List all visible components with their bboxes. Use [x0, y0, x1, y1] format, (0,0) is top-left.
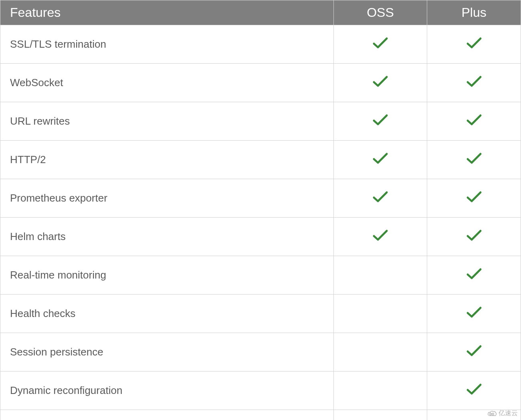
header-plus: Plus — [427, 0, 521, 25]
table-header-row: Features OSS Plus — [0, 0, 521, 25]
check-icon — [372, 36, 388, 49]
plus-cell — [427, 141, 521, 179]
watermark: 亿速云 — [487, 409, 518, 418]
check-icon — [466, 306, 482, 319]
feature-name-cell: URL rewrites — [0, 102, 334, 141]
table-row: HTTP/2 — [0, 141, 521, 179]
watermark-text: 亿速云 — [499, 409, 518, 418]
check-icon — [372, 190, 388, 203]
check-icon — [466, 113, 482, 126]
feature-name-cell: Prometheus exporter — [0, 179, 334, 218]
check-icon — [466, 75, 482, 88]
oss-cell — [333, 102, 427, 141]
oss-cell — [333, 295, 427, 333]
plus-cell — [427, 372, 521, 410]
oss-cell — [333, 333, 427, 372]
plus-cell — [427, 102, 521, 141]
feature-name-cell: 24x7 support — [0, 410, 334, 420]
feature-name-cell: Health checks — [0, 295, 334, 333]
check-icon — [372, 152, 388, 165]
check-icon — [372, 113, 388, 126]
header-features: Features — [0, 0, 334, 25]
table-row: Dynamic reconfiguration — [0, 372, 521, 410]
plus-cell — [427, 333, 521, 372]
table-row: Real-time monitoring — [0, 256, 521, 295]
feature-name-cell: SSL/TLS termination — [0, 25, 334, 64]
oss-cell — [333, 372, 427, 410]
check-icon — [466, 383, 482, 396]
oss-cell — [333, 218, 427, 256]
check-icon — [466, 344, 482, 357]
table-row: Prometheus exporter — [0, 179, 521, 218]
table-row: Helm charts — [0, 218, 521, 256]
table-row: Health checks — [0, 295, 521, 333]
table-row: SSL/TLS termination — [0, 25, 521, 64]
check-icon — [466, 152, 482, 165]
feature-name-cell: Real-time monitoring — [0, 256, 334, 295]
table-body: SSL/TLS termination WebSocket URL rewrit… — [0, 25, 521, 420]
check-icon — [466, 229, 482, 242]
oss-cell — [333, 64, 427, 102]
oss-cell — [333, 141, 427, 179]
oss-cell — [333, 256, 427, 295]
header-oss: OSS — [333, 0, 427, 25]
check-icon — [372, 75, 388, 88]
check-icon — [466, 36, 482, 49]
check-icon — [466, 267, 482, 280]
plus-cell — [427, 179, 521, 218]
oss-cell — [333, 25, 427, 64]
check-icon — [466, 190, 482, 203]
plus-cell — [427, 218, 521, 256]
plus-cell — [427, 295, 521, 333]
feature-name-cell: Dynamic reconfiguration — [0, 372, 334, 410]
svg-point-1 — [492, 413, 494, 414]
feature-name-cell: WebSocket — [0, 64, 334, 102]
feature-name-cell: HTTP/2 — [0, 141, 334, 179]
plus-cell — [427, 256, 521, 295]
table-row: 24x7 support — [0, 410, 521, 420]
plus-cell — [427, 64, 521, 102]
plus-cell — [427, 25, 521, 64]
check-icon — [372, 229, 388, 242]
cloud-icon — [487, 410, 497, 417]
oss-cell — [333, 179, 427, 218]
oss-cell — [333, 410, 427, 420]
table-row: WebSocket — [0, 64, 521, 102]
feature-name-cell: Helm charts — [0, 218, 334, 256]
svg-point-0 — [490, 413, 491, 414]
feature-name-cell: Session persistence — [0, 333, 334, 372]
table-row: URL rewrites — [0, 102, 521, 141]
feature-comparison-table: Features OSS Plus SSL/TLS termination We… — [0, 0, 521, 420]
table-row: Session persistence — [0, 333, 521, 372]
